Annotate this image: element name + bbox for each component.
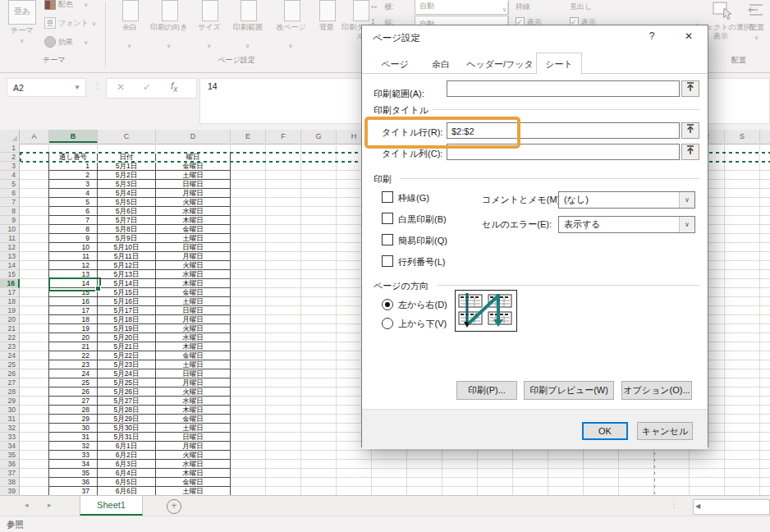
align-button[interactable]: 配置 ∨: [744, 0, 770, 49]
table-cell[interactable]: 25: [49, 378, 98, 388]
table-cell[interactable]: 5月16日: [98, 297, 156, 306]
table-cell[interactable]: 金曜日: [156, 351, 231, 360]
table-cell[interactable]: 17: [49, 306, 98, 315]
table-cell[interactable]: 32: [49, 442, 98, 451]
help-button[interactable]: ?: [644, 30, 660, 42]
table-cell[interactable]: 12: [49, 261, 98, 270]
table-cell[interactable]: 22: [49, 351, 98, 360]
table-cell[interactable]: 5月4日: [98, 189, 156, 198]
table-cell[interactable]: 日曜日: [156, 369, 231, 378]
table-cell[interactable]: 19: [49, 324, 98, 333]
insert-function-icon[interactable]: fx: [171, 80, 177, 94]
row-header-9[interactable]: 9: [0, 216, 20, 225]
table-cell[interactable]: 5月8日: [98, 225, 156, 234]
name-box-dropdown-icon[interactable]: ▼: [74, 79, 80, 97]
column-header-G[interactable]: G: [301, 130, 337, 143]
row-header-21[interactable]: 21: [0, 324, 20, 333]
row-header-32[interactable]: 32: [0, 424, 20, 433]
table-cell[interactable]: 5月17日: [98, 306, 156, 315]
table-cell[interactable]: 6月1日: [98, 442, 156, 451]
table-cell[interactable]: 土曜日: [156, 424, 231, 433]
title-row-collapse-button[interactable]: [681, 122, 699, 139]
table-cell[interactable]: 5月29日: [98, 415, 156, 424]
row-header-24[interactable]: 24: [0, 351, 20, 360]
scale-width-dropdown[interactable]: 自動∨: [415, 0, 509, 15]
row-header-8[interactable]: 8: [0, 207, 20, 216]
row-header-16[interactable]: 16: [0, 279, 20, 288]
table-cell[interactable]: 5月20日: [98, 333, 156, 342]
table-cell[interactable]: 金曜日: [156, 162, 231, 171]
close-icon[interactable]: ✕: [681, 30, 697, 42]
table-cell[interactable]: 24: [49, 369, 98, 378]
row-header-29[interactable]: 29: [0, 397, 20, 406]
table-cell[interactable]: 18: [49, 315, 98, 324]
tabbar-splitter[interactable]: ⋮: [670, 500, 678, 509]
row-header-36[interactable]: 36: [0, 460, 20, 469]
table-cell[interactable]: 5月9日: [98, 234, 156, 243]
row-header-11[interactable]: 11: [0, 234, 20, 243]
ribbon-button-6[interactable]: 背景: [314, 0, 340, 53]
row-header-7[interactable]: 7: [0, 198, 20, 207]
table-cell[interactable]: 4: [49, 189, 98, 198]
table-cell[interactable]: 6月4日: [98, 469, 156, 478]
table-cell[interactable]: 日曜日: [156, 433, 231, 442]
row-header-6[interactable]: 6: [0, 189, 20, 198]
cancel-entry-icon[interactable]: ✕: [117, 81, 125, 93]
row-header-28[interactable]: 28: [0, 388, 20, 397]
table-cell[interactable]: 36: [49, 478, 98, 487]
table-cell[interactable]: 6月5日: [98, 478, 156, 487]
table-cell[interactable]: 7: [49, 216, 98, 225]
row-header-20[interactable]: 20: [0, 315, 20, 324]
table-cell[interactable]: 水曜日: [156, 333, 231, 342]
cancel-button[interactable]: キャンセル: [637, 422, 693, 440]
row-header-31[interactable]: 31: [0, 415, 20, 424]
tab-sheet[interactable]: シート: [536, 53, 582, 74]
table-cell[interactable]: 日曜日: [156, 180, 231, 189]
table-cell[interactable]: 水曜日: [156, 397, 231, 406]
table-cell[interactable]: 土曜日: [156, 360, 231, 369]
column-header-A[interactable]: A: [20, 130, 49, 143]
row-header-5[interactable]: 5: [0, 180, 20, 189]
table-cell[interactable]: 月曜日: [156, 252, 231, 261]
theme-fonts-button[interactable]: 亜 フォント ∨: [44, 17, 103, 30]
row-header-17[interactable]: 17: [0, 288, 20, 297]
row-header-3[interactable]: 3: [0, 162, 20, 171]
theme-effects-button[interactable]: 効果 ∨: [44, 36, 103, 49]
row-header-12[interactable]: 12: [0, 243, 20, 252]
table-cell[interactable]: 土曜日: [156, 487, 231, 495]
table-cell[interactable]: 5月14日: [98, 279, 156, 288]
table-cell[interactable]: 月曜日: [156, 189, 231, 198]
row-column-headings-checkbox[interactable]: 行列番号(L): [382, 255, 445, 267]
table-cell[interactable]: 火曜日: [156, 324, 231, 333]
table-cell[interactable]: 5: [49, 198, 98, 207]
theme-colors-button[interactable]: 配色 ∨: [44, 0, 103, 11]
table-cell[interactable]: 火曜日: [156, 451, 231, 460]
row-header-30[interactable]: 30: [0, 406, 20, 415]
ok-button[interactable]: OK: [582, 422, 628, 440]
tab-page[interactable]: ページ: [372, 56, 418, 73]
table-cell[interactable]: 木曜日: [156, 279, 231, 288]
dialog-titlebar[interactable]: ページ設定 ? ✕: [362, 25, 708, 50]
row-header-22[interactable]: 22: [0, 333, 20, 342]
table-cell[interactable]: 金曜日: [156, 288, 231, 297]
table-cell[interactable]: 5月10日: [98, 243, 156, 252]
print-area-collapse-button[interactable]: [681, 80, 699, 97]
print-preview-button[interactable]: 印刷プレビュー(W): [524, 381, 614, 400]
table-cell[interactable]: 26: [49, 388, 98, 397]
table-cell[interactable]: 5月26日: [98, 388, 156, 397]
table-cell[interactable]: 5月19日: [98, 324, 156, 333]
table-cell[interactable]: 金曜日: [156, 478, 231, 487]
confirm-entry-icon[interactable]: ✓: [143, 81, 151, 93]
row-header-19[interactable]: 19: [0, 306, 20, 315]
table-cell[interactable]: 27: [49, 397, 98, 406]
row-header-25[interactable]: 25: [0, 360, 20, 369]
table-cell[interactable]: 1: [49, 162, 98, 171]
table-cell[interactable]: 5月24日: [98, 369, 156, 378]
themes-button[interactable]: 亜あ テーマ ∨: [3, 0, 41, 53]
active-cell-b16[interactable]: [48, 277, 101, 291]
row-header-39[interactable]: 39: [0, 487, 20, 495]
row-header-10[interactable]: 10: [0, 225, 20, 234]
table-cell[interactable]: 水曜日: [156, 460, 231, 469]
print-area-input[interactable]: [447, 80, 680, 97]
over-then-down-radio[interactable]: [382, 318, 393, 329]
